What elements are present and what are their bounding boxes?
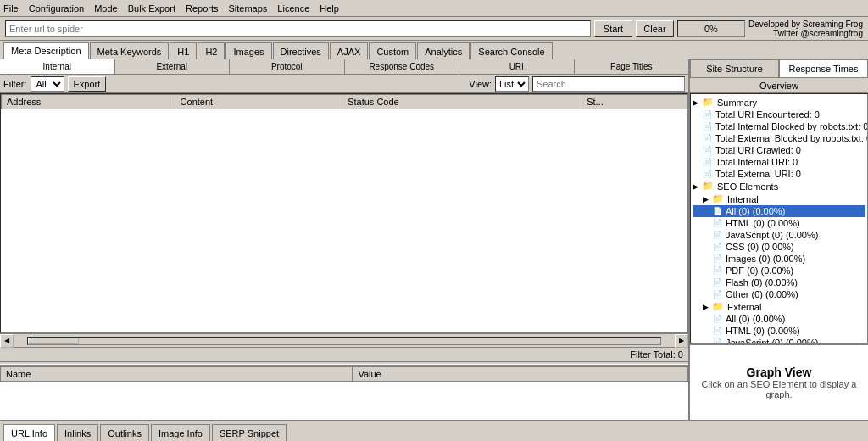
tree-item[interactable]: 📄JavaScript (0) (0.00%) (693, 337, 865, 343)
filter-select[interactable]: All (31, 76, 64, 92)
subtab-uri[interactable]: URI (459, 59, 575, 74)
menu-configuration[interactable]: Configuration (29, 3, 84, 14)
tab-custom[interactable]: Custom (369, 42, 416, 59)
file-icon: 📄 (703, 170, 712, 178)
col-status-code[interactable]: Status Code (342, 95, 581, 109)
tab-h2[interactable]: H2 (198, 42, 225, 59)
menu-bulk-export[interactable]: Bulk Export (128, 3, 175, 14)
detail-col-value[interactable]: Value (353, 367, 688, 382)
tab-ajax[interactable]: AJAX (330, 42, 369, 59)
tree-item[interactable]: 📄All (0) (0.00%) (693, 205, 865, 217)
tree-item[interactable]: 📄Total URI Crawled: 0 (693, 144, 865, 156)
view-select[interactable]: List (495, 76, 529, 92)
tree-item[interactable]: 📄Images (0) (0.00%) (693, 253, 865, 265)
tab-search-console[interactable]: Search Console (470, 42, 552, 59)
menu-mode[interactable]: Mode (94, 3, 118, 14)
right-tab-response-times[interactable]: Response Times (779, 59, 868, 78)
subtab-internal[interactable]: Internal (0, 59, 115, 74)
file-icon: 📄 (703, 146, 712, 154)
tab-directives[interactable]: Directives (273, 42, 329, 59)
tree-item[interactable]: 📄Total URI Encountered: 0 (693, 109, 865, 120)
scroll-right-arrow[interactable]: ▶ (675, 334, 688, 348)
right-sub-tab-overview[interactable]: Overview (690, 78, 868, 93)
search-input[interactable] (532, 76, 685, 92)
tree-item[interactable]: 📄HTML (0) (0.00%) (693, 217, 865, 229)
tree-item[interactable]: 📄PDF (0) (0.00%) (693, 265, 865, 276)
menu-reports[interactable]: Reports (186, 3, 219, 14)
menu-file[interactable]: File (3, 3, 19, 14)
bottom-tab-image-info[interactable]: Image Info (151, 424, 210, 441)
menu-help[interactable]: Help (320, 3, 339, 14)
tree-item[interactable]: 📄Total Internal URI: 0 (693, 156, 865, 168)
subtab-external[interactable]: External (115, 59, 231, 74)
folder-icon: 📁 (712, 193, 724, 204)
sub-tabs: Internal External Protocol Response Code… (0, 59, 688, 75)
tab-analytics[interactable]: Analytics (417, 42, 470, 59)
view-label: View: (469, 79, 492, 89)
col-address[interactable]: Address (2, 95, 175, 109)
file-icon: 📄 (713, 278, 722, 287)
tree-item-label: Total URI Crawled: 0 (715, 145, 801, 155)
tree-item[interactable]: 📄Total Internal Blocked by robots.txt: 0 (693, 120, 865, 132)
expand-icon: ▶ (703, 303, 709, 311)
tree-item[interactable]: ▶📁External (693, 300, 865, 313)
tab-meta-description[interactable]: Meta Description (3, 42, 89, 59)
tree-item[interactable]: 📄Other (0) (0.00%) (693, 288, 865, 300)
subtab-response-codes[interactable]: Response Codes (345, 59, 460, 74)
tab-meta-keywords[interactable]: Meta Keywords (90, 42, 170, 59)
tree-item-label: Total Internal URI: 0 (715, 157, 798, 167)
bottom-tab-inlinks[interactable]: Inlinks (57, 424, 98, 441)
data-table: Address Content Status Code St... (1, 94, 687, 109)
folder-icon: 📁 (702, 97, 714, 108)
scroll-thumb[interactable] (28, 338, 79, 344)
file-icon: 📄 (713, 254, 722, 263)
bottom-tab-serp-snippet[interactable]: SERP Snippet (212, 424, 287, 441)
file-icon: 📄 (703, 122, 712, 131)
bottom-tabs: URL Info Inlinks Outlinks Image Info SER… (0, 420, 868, 441)
h-scroll-bar[interactable]: ◀ ▶ (0, 333, 688, 347)
tree-item[interactable]: 📄JavaScript (0) (0.00%) (693, 229, 865, 241)
tree-item-label: HTML (0) (0.00%) (726, 326, 800, 336)
tab-h1[interactable]: H1 (170, 42, 197, 59)
tree-item[interactable]: 📄Total External URI: 0 (693, 168, 865, 180)
clear-button[interactable]: Clear (636, 20, 674, 37)
bottom-tab-url-info[interactable]: URL Info (3, 424, 55, 441)
tree-item-label: Total External URI: 0 (715, 169, 801, 179)
tab-images[interactable]: Images (225, 42, 271, 59)
scroll-track[interactable] (27, 337, 661, 345)
url-input[interactable] (5, 20, 591, 37)
tree-item[interactable]: 📄Flash (0) (0.00%) (693, 276, 865, 288)
menu-sitemaps[interactable]: Sitemaps (228, 3, 267, 14)
subtab-page-titles[interactable]: Page Titles (575, 59, 689, 74)
tree-item[interactable]: ▶📁Summary (693, 96, 865, 109)
tree-item-label: JavaScript (0) (0.00%) (726, 338, 818, 343)
tree-item[interactable]: 📄All (0) (0.00%) (693, 313, 865, 325)
bottom-tab-outlinks[interactable]: Outlinks (100, 424, 149, 441)
tree-item[interactable]: 📄HTML (0) (0.00%) (693, 325, 865, 337)
start-button[interactable]: Start (594, 20, 632, 37)
right-tab-site-structure[interactable]: Site Structure (690, 59, 779, 78)
scroll-left-arrow[interactable]: ◀ (0, 334, 14, 348)
export-button[interactable]: Export (68, 76, 107, 92)
tree-item[interactable]: 📄Total External Blocked by robots.txt: 0 (693, 132, 865, 144)
file-icon: 📄 (703, 134, 712, 142)
tree-item-label: Internal (727, 194, 759, 204)
tree-item[interactable]: 📄CSS (0) (0.00%) (693, 241, 865, 253)
tree-item-label: HTML (0) (0.00%) (726, 218, 800, 228)
file-icon: 📄 (713, 231, 722, 239)
col-st[interactable]: St... (581, 95, 687, 109)
menu-licence[interactable]: Licence (277, 3, 309, 14)
tree-item[interactable]: ▶📁SEO Elements (693, 180, 865, 193)
tree-item[interactable]: ▶📁Internal (693, 193, 865, 205)
tree-container[interactable]: ▶📁Summary📄Total URI Encountered: 0📄Total… (690, 93, 868, 343)
detail-col-name[interactable]: Name (1, 367, 353, 382)
file-icon: 📄 (713, 219, 722, 227)
tree-item-label: JavaScript (0) (0.00%) (726, 230, 818, 240)
filter-total: Filter Total: 0 (0, 347, 688, 361)
main-area: Internal External Protocol Response Code… (0, 59, 868, 420)
col-content[interactable]: Content (175, 95, 342, 109)
subtab-protocol[interactable]: Protocol (230, 59, 345, 74)
main-tabs: Meta Description Meta Keywords H1 H2 Ima… (0, 41, 868, 59)
tree-item-label: CSS (0) (0.00%) (726, 242, 794, 252)
data-table-container[interactable]: Address Content Status Code St... (0, 93, 688, 333)
